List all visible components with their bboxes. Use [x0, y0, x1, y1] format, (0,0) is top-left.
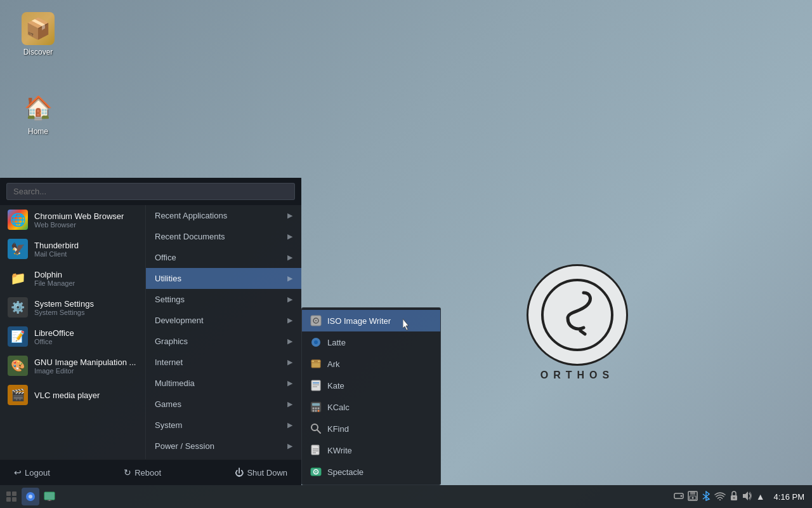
app-item-chromium[interactable]: 🌐 Chromium Web Browser Web Browser — [0, 205, 145, 234]
iso-image-writer-icon — [310, 314, 322, 327]
svg-point-17 — [318, 408, 320, 410]
reboot-icon: ↻ — [124, 467, 131, 478]
spectacle-icon — [310, 465, 322, 478]
category-settings[interactable]: Settings ▶ — [146, 289, 301, 310]
volume-icon[interactable] — [742, 491, 752, 503]
category-recent-docs[interactable]: Recent Documents ▶ — [146, 226, 301, 247]
menu-bottom: ↩ Logout ↻ Reboot ⏻ Shut Down — [0, 459, 301, 485]
menu-content: 🌐 Chromium Web Browser Web Browser 🦅 Thu… — [0, 205, 301, 459]
wifi-icon[interactable] — [714, 491, 726, 502]
submenu-kcalc[interactable]: KCalc — [302, 396, 440, 418]
svg-rect-33 — [12, 497, 16, 502]
expand-icon[interactable]: ▲ — [756, 491, 765, 502]
svg-point-39 — [680, 495, 682, 497]
shutdown-button[interactable]: ⏻ Shut Down — [230, 465, 292, 480]
dolphin-icon: 📁 — [8, 268, 28, 288]
chevron-right-icon: ▶ — [287, 421, 292, 429]
dolphin-name: Dolphin — [34, 270, 75, 279]
logo-circle — [527, 264, 628, 366]
category-system[interactable]: System ▶ — [146, 415, 301, 436]
chromium-name: Chromium Web Browser — [34, 211, 124, 221]
submenu-spectacle[interactable]: Spectacle — [302, 461, 440, 483]
chevron-right-icon: ▶ — [287, 295, 292, 304]
category-power-session[interactable]: Power / Session ▶ — [146, 436, 301, 457]
logout-button[interactable]: ↩ Logout — [9, 465, 55, 480]
dolphin-desc: File Manager — [34, 279, 75, 287]
category-development[interactable]: Development ▶ — [146, 310, 301, 331]
submenu-latte[interactable]: Latte — [302, 331, 440, 353]
svg-point-0 — [542, 280, 612, 350]
latte-icon — [310, 336, 322, 349]
category-utilities[interactable]: Utilities ▶ — [146, 268, 301, 289]
taskbar-time: 4:16 PM — [769, 492, 809, 502]
logout-icon: ↩ — [14, 467, 22, 478]
svg-rect-23 — [311, 445, 319, 455]
svg-marker-47 — [743, 491, 748, 500]
chevron-right-icon: ▶ — [287, 232, 292, 241]
taskbar-left — [3, 488, 58, 505]
search-input[interactable] — [6, 183, 295, 200]
vlc-icon: 🎬 — [8, 385, 28, 405]
chevron-right-icon: ▶ — [287, 379, 292, 387]
taskbar-icon-3[interactable] — [41, 488, 58, 505]
app-item-gimp[interactable]: 🎨 GNU Image Manipulation ... Image Edito… — [0, 351, 145, 380]
sysset-desc: System Settings — [34, 309, 94, 316]
svg-point-35 — [29, 495, 32, 498]
app-item-vlc[interactable]: 🎬 VLC media player — [0, 380, 145, 410]
logo-text: ORTHOS — [540, 370, 614, 381]
orthos-logo: ORTHOS — [527, 264, 628, 381]
svg-rect-41 — [690, 491, 695, 495]
category-games[interactable]: Games ▶ — [146, 394, 301, 415]
svg-line-22 — [317, 430, 320, 433]
submenu-kate[interactable]: Kate — [302, 375, 440, 396]
reboot-button[interactable]: ↻ Reboot — [119, 465, 166, 480]
lock-icon[interactable] — [730, 491, 738, 503]
app-item-dolphin[interactable]: 📁 Dolphin File Manager — [0, 264, 145, 293]
submenu-iso-image-writer[interactable]: ISO Image Writer — [302, 310, 440, 331]
svg-rect-32 — [6, 497, 11, 502]
right-panel: Recent Applications ▶ Recent Documents ▶… — [146, 205, 301, 459]
home-label: Home — [28, 127, 48, 136]
submenu-ark[interactable]: Ark — [302, 353, 440, 375]
category-recent-apps[interactable]: Recent Applications ▶ — [146, 205, 301, 226]
taskbar-icon-2[interactable] — [22, 488, 39, 505]
submenu-kwrite[interactable]: KWrite — [302, 439, 440, 461]
chevron-right-icon: ▶ — [287, 253, 292, 262]
libreoffice-desc: Office — [34, 338, 74, 345]
vlc-name: VLC media player — [34, 391, 100, 400]
svg-point-29 — [315, 471, 317, 472]
category-multimedia[interactable]: Multimedia ▶ — [146, 373, 301, 394]
left-panel: 🌐 Chromium Web Browser Web Browser 🦅 Thu… — [0, 205, 146, 459]
svg-point-19 — [315, 410, 317, 412]
search-bar — [0, 178, 301, 205]
kfind-icon — [310, 422, 322, 435]
start-menu: 🌐 Chromium Web Browser Web Browser 🦅 Thu… — [0, 178, 301, 485]
gimp-desc: Image Editor — [34, 367, 136, 375]
category-internet[interactable]: Internet ▶ — [146, 352, 301, 373]
svg-point-5 — [314, 340, 318, 344]
desktop-icon-home[interactable]: Home — [13, 89, 63, 138]
svg-rect-36 — [44, 492, 55, 500]
desktop-icon-discover[interactable]: Discover — [13, 10, 63, 59]
save-icon[interactable] — [688, 491, 698, 503]
bluetooth-icon[interactable] — [702, 491, 710, 503]
svg-point-46 — [733, 497, 735, 498]
hdd-icon[interactable] — [674, 491, 684, 503]
chevron-right-icon: ▶ — [287, 442, 292, 450]
svg-rect-30 — [6, 491, 11, 496]
chevron-right-icon: ▶ — [287, 211, 292, 220]
category-graphics[interactable]: Graphics ▶ — [146, 331, 301, 352]
app-item-sysset[interactable]: ⚙️ System Settings System Settings — [0, 293, 145, 322]
sysset-name: System Settings — [34, 299, 94, 309]
app-item-libreoffice[interactable]: 📝 LibreOffice Office — [0, 322, 145, 351]
submenu-kfind[interactable]: KFind — [302, 418, 440, 439]
taskbar: ▲ 4:16 PM — [0, 485, 812, 508]
taskbar-icon-1[interactable] — [3, 488, 20, 505]
chevron-right-icon: ▶ — [287, 337, 292, 345]
desktop: Discover Home ORTHOS — [0, 0, 812, 508]
discover-icon — [22, 12, 55, 45]
svg-point-16 — [315, 408, 317, 410]
svg-point-3 — [315, 320, 317, 321]
category-office[interactable]: Office ▶ — [146, 247, 301, 268]
app-item-thunderbird[interactable]: 🦅 Thunderbird Mail Client — [0, 234, 145, 264]
